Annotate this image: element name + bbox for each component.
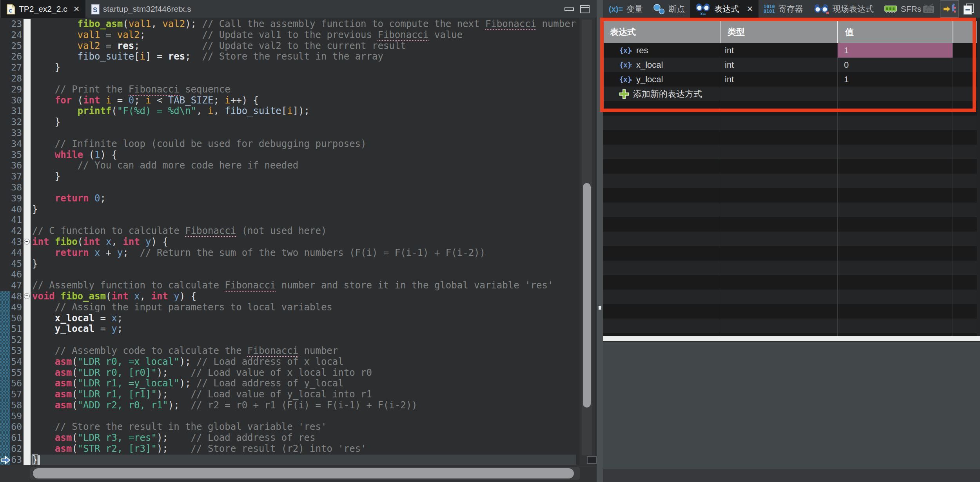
range-indicator-band[interactable] bbox=[0, 335, 10, 346]
marker-gutter[interactable] bbox=[0, 226, 10, 237]
marker-gutter[interactable] bbox=[0, 237, 10, 248]
column-header-值[interactable]: 值 bbox=[837, 21, 953, 43]
marker-gutter[interactable] bbox=[0, 193, 10, 204]
column-divider[interactable] bbox=[837, 43, 838, 336]
line-number[interactable]: 55 bbox=[10, 368, 24, 379]
line-number[interactable]: 44 bbox=[10, 248, 24, 259]
range-indicator-band[interactable] bbox=[0, 368, 10, 379]
line-number[interactable]: 29 bbox=[10, 84, 24, 95]
view-tab-断点[interactable]: 断点 bbox=[648, 0, 690, 18]
line-number[interactable]: 59 bbox=[10, 411, 24, 422]
panel-splitter[interactable] bbox=[597, 0, 603, 482]
editor-tab-startup_stm32f446retx.s[interactable]: Sstartup_stm32f446retx.s bbox=[85, 0, 197, 18]
marker-gutter[interactable] bbox=[0, 73, 10, 84]
expression-row-y_local[interactable]: {x}=y_localint1 bbox=[603, 72, 977, 87]
view-tab-SFRs[interactable]: SFRs bbox=[879, 0, 927, 18]
view-tab-寄存器[interactable]: 10100101寄存器 bbox=[759, 0, 808, 18]
range-indicator-band[interactable] bbox=[0, 455, 10, 465]
marker-gutter[interactable] bbox=[0, 259, 10, 270]
close-tab-icon[interactable]: ✕ bbox=[73, 4, 80, 14]
line-number[interactable]: 32 bbox=[10, 117, 24, 128]
line-number[interactable]: 57 bbox=[10, 389, 24, 400]
line-number[interactable]: 27 bbox=[10, 62, 24, 73]
line-number[interactable]: 50 bbox=[10, 313, 24, 324]
line-number[interactable]: 36 bbox=[10, 160, 24, 171]
range-indicator-band[interactable] bbox=[0, 444, 10, 455]
marker-gutter[interactable] bbox=[0, 248, 10, 259]
line-number[interactable]: 37 bbox=[10, 171, 24, 182]
column-divider[interactable] bbox=[720, 43, 720, 336]
range-indicator-band[interactable] bbox=[0, 302, 10, 313]
range-indicator-band[interactable] bbox=[0, 422, 10, 433]
range-indicator-band[interactable] bbox=[0, 291, 10, 302]
maximize-icon[interactable] bbox=[580, 5, 590, 13]
marker-gutter[interactable] bbox=[0, 215, 10, 226]
range-indicator-band[interactable] bbox=[0, 378, 10, 389]
expression-detail-pane[interactable] bbox=[603, 342, 980, 469]
line-number[interactable]: 63 bbox=[10, 455, 24, 465]
marker-gutter[interactable] bbox=[0, 128, 10, 139]
line-number[interactable]: 31 bbox=[10, 106, 24, 117]
line-number[interactable]: 61 bbox=[10, 433, 24, 444]
marker-gutter[interactable] bbox=[0, 171, 10, 182]
code-editor[interactable]: 23 fibo_asm(val1, val2); // Call the ass… bbox=[0, 18, 597, 465]
column-header-类型[interactable]: 类型 bbox=[720, 21, 837, 43]
marker-gutter[interactable] bbox=[0, 84, 10, 95]
line-number[interactable]: 45 bbox=[10, 259, 24, 270]
range-indicator-band[interactable] bbox=[0, 313, 10, 324]
vertical-scrollbar-thumb[interactable] bbox=[583, 183, 591, 408]
line-number[interactable]: 25 bbox=[10, 41, 24, 52]
line-number[interactable]: 43 bbox=[10, 237, 24, 248]
marker-gutter[interactable] bbox=[0, 117, 10, 128]
horizontal-scrollbar-thumb[interactable] bbox=[33, 468, 574, 478]
marker-gutter[interactable] bbox=[0, 139, 10, 150]
marker-gutter[interactable] bbox=[0, 280, 10, 291]
line-number[interactable]: 62 bbox=[10, 444, 24, 455]
view-tab-变量[interactable]: (x)=变量 bbox=[604, 0, 648, 18]
column-header-表达式[interactable]: 表达式 bbox=[603, 21, 720, 43]
range-indicator-band[interactable] bbox=[0, 346, 10, 357]
range-indicator-band[interactable] bbox=[0, 324, 10, 335]
line-number[interactable]: 41 bbox=[10, 215, 24, 226]
marker-gutter[interactable] bbox=[0, 41, 10, 52]
line-number[interactable]: 54 bbox=[10, 357, 24, 368]
line-number[interactable]: 46 bbox=[10, 269, 24, 280]
marker-gutter[interactable] bbox=[0, 51, 10, 62]
line-number[interactable]: 56 bbox=[10, 378, 24, 389]
marker-gutter[interactable] bbox=[0, 62, 10, 73]
line-number[interactable]: 28 bbox=[10, 73, 24, 84]
line-number[interactable]: 60 bbox=[10, 422, 24, 433]
restore-view-button[interactable] bbox=[963, 0, 975, 18]
line-number[interactable]: 35 bbox=[10, 150, 24, 161]
marker-gutter[interactable] bbox=[0, 160, 10, 171]
line-number[interactable]: 38 bbox=[10, 182, 24, 193]
line-number[interactable]: 23 bbox=[10, 19, 24, 30]
marker-gutter[interactable] bbox=[0, 150, 10, 161]
line-number[interactable]: 34 bbox=[10, 139, 24, 150]
marker-gutter[interactable] bbox=[0, 30, 10, 41]
range-indicator-band[interactable] bbox=[0, 357, 10, 368]
line-number[interactable]: 48 bbox=[10, 291, 24, 302]
line-number[interactable]: 47 bbox=[10, 280, 24, 291]
marker-gutter[interactable] bbox=[0, 19, 10, 30]
editor-tab-TP2_ex2_2.c[interactable]: cTP2_ex2_2.c✕ bbox=[1, 0, 85, 18]
range-indicator-band[interactable] bbox=[0, 389, 10, 400]
marker-gutter[interactable] bbox=[0, 182, 10, 193]
line-number[interactable]: 40 bbox=[10, 204, 24, 215]
line-number[interactable]: 42 bbox=[10, 226, 24, 237]
column-divider[interactable] bbox=[953, 43, 953, 336]
line-number[interactable]: 39 bbox=[10, 193, 24, 204]
marker-gutter[interactable] bbox=[0, 204, 10, 215]
range-indicator-band[interactable] bbox=[0, 400, 10, 411]
line-number[interactable]: 24 bbox=[10, 30, 24, 41]
line-number[interactable]: 53 bbox=[10, 346, 24, 357]
line-number[interactable]: 51 bbox=[10, 324, 24, 335]
expression-row-x_local[interactable]: {x}=x_localint0 bbox=[603, 58, 977, 72]
range-indicator-band[interactable] bbox=[0, 433, 10, 444]
collapse-icon[interactable] bbox=[24, 293, 30, 299]
add-expression-row[interactable]: 添加新的表达方式 bbox=[603, 87, 977, 101]
line-number[interactable]: 49 bbox=[10, 302, 24, 313]
line-number[interactable]: 52 bbox=[10, 335, 24, 346]
line-number[interactable]: 58 bbox=[10, 400, 24, 411]
marker-gutter[interactable] bbox=[0, 95, 10, 106]
